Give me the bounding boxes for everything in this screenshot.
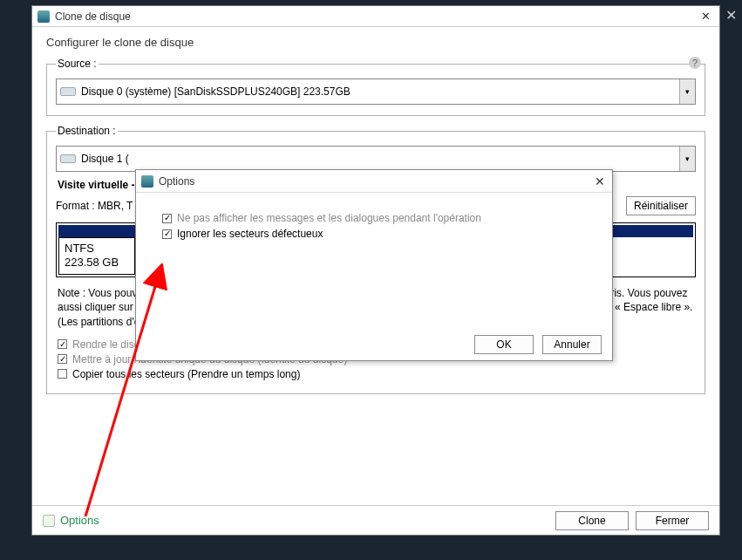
modal-opt2-label: Ignorer les secteurs défectueux [177,228,323,240]
page-subtitle: Configurer le clone de disque [46,36,705,49]
checkbox-icon[interactable] [58,354,67,364]
reset-button[interactable]: Réinitialiser [626,196,696,215]
destination-value: Disque 1 ( [81,153,679,165]
modal-opt2-row[interactable]: Ignorer les secteurs défectueux [162,228,586,240]
modal-opt1-label: Ne pas afficher les messages et les dial… [177,212,481,224]
modal-opt1-row[interactable]: Ne pas afficher les messages et les dial… [162,212,586,224]
destination-legend: Destination : [56,125,118,137]
check-copyall-label: Copier tous les secteurs (Prendre un tem… [72,368,300,380]
help-icon[interactable]: ? [689,57,701,69]
check-copyall-row[interactable]: Copier tous les secteurs (Prendre un tem… [58,368,694,380]
close-button[interactable]: Fermer [636,511,709,530]
modal-body: Ne pas afficher les messages et les dial… [136,193,612,259]
format-text: Format : MBR, T [56,200,133,212]
checkbox-icon[interactable] [58,339,67,349]
partition-size: 223.58 GB [65,256,129,270]
source-dropdown[interactable]: Disque 0 (système) [SanDiskSSDPLUS240GB]… [56,79,696,105]
modal-title: Options [159,175,593,188]
checkbox-icon[interactable] [58,369,67,379]
ok-button[interactable]: OK [474,335,534,354]
destination-dropdown[interactable]: Disque 1 ( ▾ [56,146,696,172]
source-legend: Source : [56,58,99,70]
options-modal: Options ✕ Ne pas afficher les messages e… [135,169,613,361]
cancel-button[interactable]: Annuler [542,335,602,354]
options-link[interactable]: Options [43,514,548,527]
partition-fs: NTFS [65,242,129,256]
modal-titlebar: Options ✕ [136,170,612,193]
drive-icon [60,87,76,96]
drive-icon [60,154,76,163]
source-group: Source : Disque 0 (système) [SanDiskSSDP… [46,58,705,116]
close-icon[interactable]: ✕ [697,10,714,23]
footer: Options Clone Fermer [32,505,719,535]
partition-cell[interactable]: NTFS 223.58 GB [58,237,135,275]
titlebar: Clone de disque ✕ [32,6,719,27]
gear-icon [43,515,55,527]
window-title: Clone de disque [55,10,697,23]
chevron-down-icon[interactable]: ▾ [679,147,695,171]
checkbox-icon[interactable] [162,214,172,223]
app-icon [141,175,153,188]
app-icon [37,10,50,23]
outer-close-icon[interactable]: ✕ [725,7,737,24]
chevron-down-icon[interactable]: ▾ [679,79,695,104]
modal-footer: OK Annuler [136,329,612,360]
options-label: Options [60,514,99,527]
modal-close-icon[interactable]: ✕ [593,174,607,188]
checkbox-icon[interactable] [162,229,172,239]
source-value: Disque 0 (système) [SanDiskSSDPLUS240GB]… [81,85,679,98]
clone-button[interactable]: Clone [555,511,629,530]
